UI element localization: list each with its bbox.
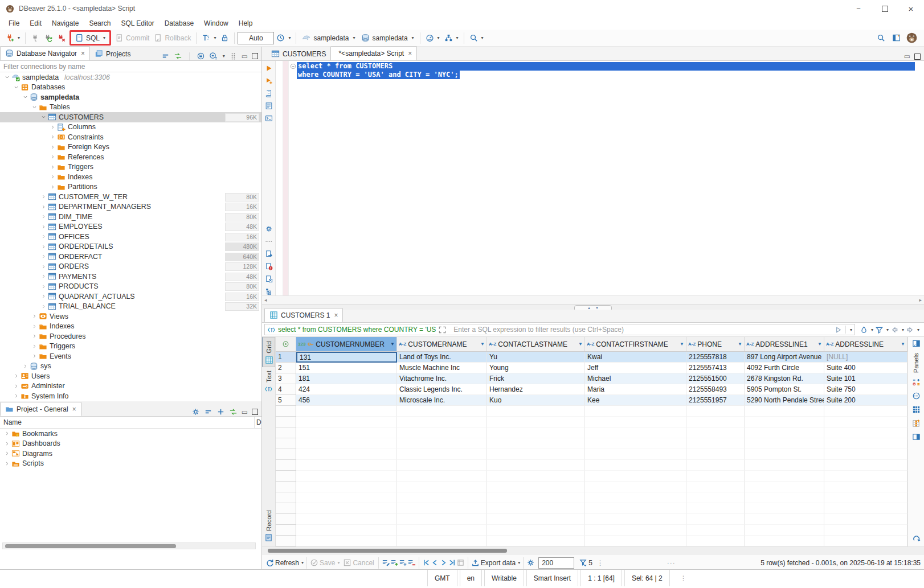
chevron-right-icon[interactable] [49, 134, 56, 139]
editor-body[interactable]: select * from CUSTOMERS where COUNTRY = … [262, 61, 924, 295]
tree-item-customers[interactable]: CUSTOMERS96K [0, 112, 261, 122]
fetch-segment-icon[interactable] [579, 558, 587, 567]
window-maximize-button[interactable] [872, 0, 898, 17]
chevron-right-icon[interactable] [49, 165, 56, 170]
chevron-right-icon[interactable] [22, 364, 28, 369]
tab-customers-editor[interactable]: CUSTOMERS [267, 47, 330, 60]
link-editor-icon[interactable] [229, 408, 238, 416]
connection-selector[interactable]: sampledata ▾ [299, 32, 358, 43]
toolbar-overflow-dots[interactable]: ⋮ [597, 559, 604, 567]
menu-edit[interactable]: Edit [24, 18, 47, 28]
maximize-view-icon[interactable] [252, 53, 258, 59]
references-panel-icon[interactable] [912, 433, 921, 441]
column-sort-dropdown-icon[interactable]: ▼ [390, 342, 395, 347]
export-data-label[interactable]: Export data [481, 559, 516, 567]
grid-cell[interactable]: 2125551957 [686, 395, 745, 406]
tab-text-presentation[interactable]: Text [262, 367, 275, 396]
last-row-icon[interactable] [448, 558, 456, 567]
next-query-icon[interactable] [265, 250, 273, 258]
chevron-right-icon[interactable] [40, 224, 47, 229]
table-row[interactable]: 1131Land of Toys Inc.YuKwai2125557818897… [276, 352, 924, 363]
grid-cell[interactable]: Yu [487, 352, 585, 363]
column-header-addressline1[interactable]: A-ZADDRESSLINE1▼ [745, 337, 824, 351]
tree-item-orderdetails[interactable]: ORDERDETAILS480K [0, 242, 261, 252]
refresh-panel-icon[interactable] [912, 534, 921, 543]
grid-cell[interactable]: 424 [296, 384, 397, 395]
menu-help[interactable]: Help [234, 18, 258, 28]
save-icon[interactable] [310, 558, 318, 567]
menu-navigate[interactable]: Navigate [47, 18, 84, 28]
grid-cell[interactable]: Kee [585, 395, 686, 406]
chevron-right-icon[interactable] [40, 294, 47, 299]
grid-cell[interactable]: Kuo [487, 395, 585, 406]
grid-cell[interactable]: Muscle Machine Inc [397, 363, 487, 373]
first-row-icon[interactable] [422, 558, 431, 567]
name-column-header[interactable]: Name [3, 418, 22, 426]
dashboard-button[interactable]: ▾ [423, 32, 442, 43]
tab-customers-1[interactable]: CUSTOMERS 1 × [264, 308, 343, 322]
grid-cell[interactable]: 5905 Pompton St. [745, 384, 824, 395]
grid-cell[interactable]: [NULL] [824, 352, 907, 363]
tree-item-databases[interactable]: Databases [0, 83, 261, 93]
show-errors-icon[interactable] [265, 262, 273, 270]
column-sort-dropdown-icon[interactable]: ▼ [901, 342, 905, 347]
menu-sql-editor[interactable]: SQL Editor [116, 18, 159, 28]
grid-cell[interactable]: Maria [585, 384, 686, 395]
rollback-button[interactable]: Rollback [152, 32, 193, 43]
close-icon[interactable]: × [408, 50, 412, 57]
row-selector-icon[interactable] [281, 340, 290, 348]
tree-item-products[interactable]: PRODUCTS80K [0, 282, 261, 292]
row-number[interactable]: 4 [276, 384, 296, 395]
export-icon[interactable] [471, 558, 480, 567]
chevron-right-icon[interactable] [40, 274, 47, 279]
reconnect-button[interactable] [42, 32, 55, 43]
save-label[interactable]: Save [320, 559, 335, 567]
transaction-log-button[interactable]: ▾ [274, 32, 293, 43]
tree-item-events[interactable]: Events [0, 351, 261, 361]
grid-cell[interactable]: 2125558493 [686, 384, 745, 395]
grid-cell[interactable]: Suite 200 [824, 395, 907, 406]
column-header-addressline[interactable]: A-ZADDRESSLINE▼ [824, 337, 907, 351]
grid-cell[interactable]: Hernandez [487, 384, 585, 395]
perspective-toggle-icon[interactable] [892, 34, 901, 42]
chevron-right-icon[interactable] [13, 393, 19, 398]
tree-item-orderfact[interactable]: ORDERFACT640K [0, 252, 261, 262]
minimize-view-icon[interactable]: ▭ [242, 52, 248, 60]
previous-row-icon[interactable] [431, 558, 439, 567]
chevron-right-icon[interactable] [13, 384, 19, 389]
chevron-right-icon[interactable] [49, 184, 56, 190]
grid-cell[interactable]: Suite 101 [824, 373, 907, 384]
active-connections-icon[interactable] [197, 52, 205, 60]
project-item-bookmarks[interactable]: Bookmarks [0, 429, 261, 439]
tree-item-sampledata[interactable]: sampledatalocalhost:3306 [0, 72, 261, 83]
row-number-header[interactable] [276, 337, 296, 351]
close-icon[interactable]: × [81, 50, 85, 57]
project-item-dashboards[interactable]: Dashboards [0, 439, 261, 449]
chevron-right-icon[interactable] [31, 353, 38, 359]
column-header-phone[interactable]: A-ZPHONE▼ [686, 337, 745, 351]
window-close-button[interactable]: × [898, 0, 924, 17]
scroll-left-arrow[interactable]: ◂ [264, 297, 267, 303]
collapse-all-icon[interactable] [161, 52, 170, 60]
sql-console-icon[interactable] [265, 114, 273, 122]
tab-database-navigator[interactable]: Database Navigator × [0, 46, 90, 60]
tree-item-partitions[interactable]: Partitions [0, 182, 261, 192]
grid-cell[interactable]: 151 [296, 363, 397, 373]
chevron-right-icon[interactable] [40, 244, 47, 249]
chevron-right-icon[interactable] [3, 431, 10, 436]
execute-statement-icon[interactable] [265, 64, 273, 72]
clear-filter-icon[interactable] [860, 326, 868, 334]
chevron-right-icon[interactable] [3, 441, 10, 446]
chevron-right-icon[interactable] [3, 451, 10, 456]
grid-cell[interactable]: Land of Toys Inc. [397, 352, 487, 363]
tree-item-sampledata[interactable]: sampledata [0, 92, 261, 102]
tree-item-foreign-keys[interactable]: Foreign Keys [0, 142, 261, 153]
grid-cell[interactable]: Kwai [585, 352, 686, 363]
metadata-panel-icon[interactable] [912, 405, 921, 414]
search-button[interactable]: ▾ [467, 32, 486, 43]
table-row[interactable]: 3181Vitachrome Inc.FrickMichael212555150… [276, 373, 924, 384]
edit-row-icon[interactable] [382, 558, 390, 567]
chevron-down-icon[interactable] [3, 75, 10, 80]
filter-dropdown-icon[interactable]: ▾ [850, 327, 852, 332]
data-grid[interactable]: 123CUSTOMERNUMBER▼A-ZCUSTOMERNAME▼A-ZCON… [276, 337, 924, 546]
